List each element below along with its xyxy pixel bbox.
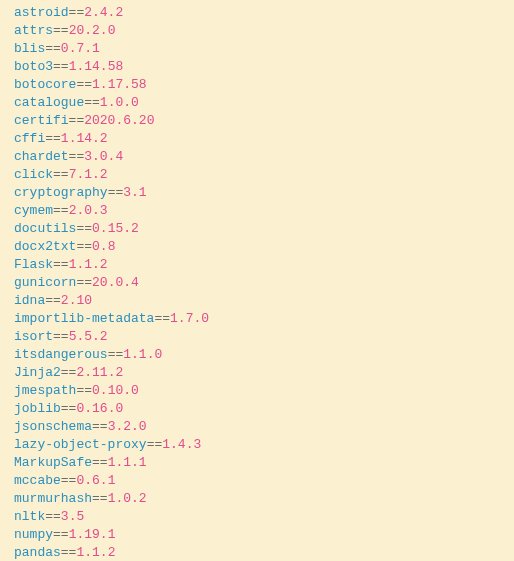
- version-operator: ==: [76, 77, 92, 92]
- version-number: 0.8: [92, 239, 115, 254]
- package-name: importlib-metadata: [14, 311, 154, 326]
- version-number: 0.6.1: [76, 473, 115, 488]
- package-name: joblib: [14, 401, 61, 416]
- version-operator: ==: [61, 473, 77, 488]
- version-number: 1.0.2: [108, 491, 147, 506]
- version-number: 1.19.1: [69, 527, 116, 542]
- version-number: 2.0.3: [69, 203, 108, 218]
- package-name: catalogue: [14, 95, 84, 110]
- requirement-line: mccabe==0.6.1: [14, 472, 514, 490]
- version-operator: ==: [92, 455, 108, 470]
- version-operator: ==: [84, 95, 100, 110]
- version-number: 2020.6.20: [84, 113, 154, 128]
- version-operator: ==: [53, 527, 69, 542]
- requirement-line: catalogue==1.0.0: [14, 94, 514, 112]
- package-name: docutils: [14, 221, 76, 236]
- requirement-line: chardet==3.0.4: [14, 148, 514, 166]
- requirement-line: lazy-object-proxy==1.4.3: [14, 436, 514, 454]
- version-operator: ==: [61, 545, 77, 560]
- version-operator: ==: [53, 329, 69, 344]
- package-name: botocore: [14, 77, 76, 92]
- package-name: itsdangerous: [14, 347, 108, 362]
- requirement-line: idna==2.10: [14, 292, 514, 310]
- version-operator: ==: [61, 401, 77, 416]
- package-name: astroid: [14, 5, 69, 20]
- package-name: gunicorn: [14, 275, 76, 290]
- requirement-line: astroid==2.4.2: [14, 4, 514, 22]
- version-operator: ==: [53, 23, 69, 38]
- package-name: Jinja2: [14, 365, 61, 380]
- version-operator: ==: [45, 41, 61, 56]
- package-name: lazy-object-proxy: [14, 437, 147, 452]
- version-number: 2.4.2: [84, 5, 123, 20]
- version-operator: ==: [53, 167, 69, 182]
- package-name: MarkupSafe: [14, 455, 92, 470]
- version-operator: ==: [69, 113, 85, 128]
- package-name: mccabe: [14, 473, 61, 488]
- requirement-line: murmurhash==1.0.2: [14, 490, 514, 508]
- package-name: pandas: [14, 545, 61, 560]
- package-name: idna: [14, 293, 45, 308]
- version-operator: ==: [69, 149, 85, 164]
- requirements-code-block: astroid==2.4.2attrs==20.2.0blis==0.7.1bo…: [14, 4, 514, 561]
- version-operator: ==: [76, 275, 92, 290]
- package-name: cymem: [14, 203, 53, 218]
- version-operator: ==: [45, 293, 61, 308]
- version-number: 0.7.1: [61, 41, 100, 56]
- version-number: 0.15.2: [92, 221, 139, 236]
- version-number: 2.10: [61, 293, 92, 308]
- package-name: Flask: [14, 257, 53, 272]
- package-name: jmespath: [14, 383, 76, 398]
- package-name: blis: [14, 41, 45, 56]
- package-name: numpy: [14, 527, 53, 542]
- version-number: 1.17.58: [92, 77, 147, 92]
- version-number: 1.1.2: [69, 257, 108, 272]
- version-operator: ==: [61, 365, 77, 380]
- version-operator: ==: [76, 383, 92, 398]
- package-name: certifi: [14, 113, 69, 128]
- version-operator: ==: [53, 59, 69, 74]
- version-number: 3.5: [61, 509, 84, 524]
- requirement-line: joblib==0.16.0: [14, 400, 514, 418]
- requirement-line: numpy==1.19.1: [14, 526, 514, 544]
- version-number: 20.2.0: [69, 23, 116, 38]
- requirement-line: importlib-metadata==1.7.0: [14, 310, 514, 328]
- package-name: cffi: [14, 131, 45, 146]
- version-operator: ==: [53, 203, 69, 218]
- requirement-line: MarkupSafe==1.1.1: [14, 454, 514, 472]
- package-name: murmurhash: [14, 491, 92, 506]
- version-number: 0.10.0: [92, 383, 139, 398]
- version-operator: ==: [53, 257, 69, 272]
- package-name: boto3: [14, 59, 53, 74]
- version-operator: ==: [45, 509, 61, 524]
- requirement-line: cffi==1.14.2: [14, 130, 514, 148]
- version-operator: ==: [154, 311, 170, 326]
- version-number: 20.0.4: [92, 275, 139, 290]
- version-operator: ==: [45, 131, 61, 146]
- version-number: 1.1.0: [123, 347, 162, 362]
- requirement-line: docutils==0.15.2: [14, 220, 514, 238]
- version-operator: ==: [92, 491, 108, 506]
- requirement-line: Jinja2==2.11.2: [14, 364, 514, 382]
- requirement-line: gunicorn==20.0.4: [14, 274, 514, 292]
- version-number: 0.16.0: [76, 401, 123, 416]
- package-name: isort: [14, 329, 53, 344]
- requirement-line: jmespath==0.10.0: [14, 382, 514, 400]
- requirement-line: Flask==1.1.2: [14, 256, 514, 274]
- version-operator: ==: [147, 437, 163, 452]
- requirement-line: isort==5.5.2: [14, 328, 514, 346]
- requirement-line: attrs==20.2.0: [14, 22, 514, 40]
- version-number: 1.14.58: [69, 59, 124, 74]
- version-number: 1.14.2: [61, 131, 108, 146]
- version-operator: ==: [108, 347, 124, 362]
- requirement-line: blis==0.7.1: [14, 40, 514, 58]
- requirement-line: cryptography==3.1: [14, 184, 514, 202]
- requirement-line: pandas==1.1.2: [14, 544, 514, 561]
- version-operator: ==: [108, 185, 124, 200]
- version-number: 5.5.2: [69, 329, 108, 344]
- version-number: 1.1.1: [108, 455, 147, 470]
- version-operator: ==: [92, 419, 108, 434]
- version-number: 2.11.2: [76, 365, 123, 380]
- version-operator: ==: [69, 5, 85, 20]
- package-name: nltk: [14, 509, 45, 524]
